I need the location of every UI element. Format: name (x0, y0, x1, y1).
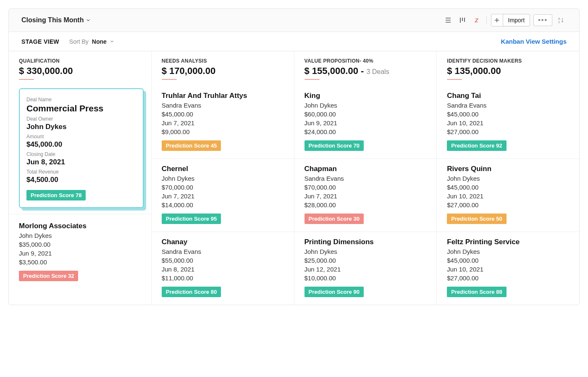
add-button[interactable] (491, 14, 503, 26)
deal-revenue: $11,000.00 (162, 274, 284, 282)
column-underline (304, 79, 320, 80)
deal-date: Jun 12, 2021 (304, 266, 427, 273)
deal-name: Chernel (162, 165, 284, 173)
stage-column-value-proposition: VALUE PROPOSITION- 40% $ 155,000.00 - 3 … (294, 51, 437, 305)
deal-owner: John Dykes (447, 248, 569, 255)
prediction-score-badge: Prediction Score 30 (304, 214, 364, 224)
column-title: VALUE PROPOSITION- 40% (304, 58, 427, 64)
deal-date: Jun 9, 2021 (304, 119, 427, 127)
kanban-view-icon[interactable] (457, 15, 468, 26)
deal-name-label: Deal Name (26, 97, 136, 103)
stage-view-label: STAGE VIEW (21, 38, 59, 45)
deal-owner: John Dykes (447, 175, 569, 182)
column-cards: Morlong Associates John Dykes $35,000.00… (9, 214, 151, 289)
deal-name: Feltz Printing Service (447, 238, 569, 246)
list-view-icon[interactable] (443, 15, 454, 26)
sort-by-value: None (92, 38, 107, 45)
deal-amount: $45,000.00 (162, 111, 284, 118)
deal-card[interactable]: Chang Tai Sandra Evans $45,000.00 Jun 10… (437, 86, 579, 159)
deal-owner: John Dykes (26, 123, 136, 131)
deal-card[interactable]: Rivers Quinn John Dykes $45,000.00 Jun 1… (437, 159, 579, 232)
deal-owner: Sandra Evans (447, 102, 569, 109)
deal-card[interactable]: Truhlar And Truhlar Attys Sandra Evans $… (152, 86, 294, 159)
sort-by-label: Sort By (69, 38, 89, 45)
deal-amount: $35,000.00 (19, 241, 141, 248)
deal-date: Jun 10, 2021 (447, 266, 569, 273)
column-header: IDENTIFY DECISION MAKERS $ 135,000.00 (437, 51, 579, 86)
prediction-score-badge: Prediction Score 78 (26, 190, 86, 200)
subbar: STAGE VIEW Sort By None Kanban View Sett… (8, 32, 580, 51)
column-header: NEEDS ANALYSIS $ 170,000.00 (152, 51, 294, 86)
deal-card[interactable]: King John Dykes $60,000.00 Jun 9, 2021 $… (294, 86, 437, 159)
deal-card[interactable]: Chapman Sandra Evans $70,000.00 Jun 7, 2… (294, 159, 437, 232)
deal-name: Truhlar And Truhlar Attys (162, 92, 284, 100)
deal-revenue: $28,000.00 (304, 201, 427, 208)
column-amount: $ 135,000.00 (447, 66, 569, 76)
chevron-down-icon (86, 18, 90, 22)
amount-value: $45,000.00 (26, 140, 136, 149)
sort-az-icon[interactable]: AZ (556, 15, 567, 26)
deal-card[interactable]: Printing Dimensions John Dykes $25,000.0… (294, 232, 437, 305)
kanban-board: QUALIFICATION $ 330,000.00 Deal Name Com… (8, 51, 580, 305)
deal-name: Chang Tai (447, 92, 569, 100)
deal-card[interactable]: Morlong Associates John Dykes $35,000.00… (9, 214, 151, 289)
column-underline (19, 79, 34, 80)
kanban-settings-link[interactable]: Kanban View Settings (501, 38, 567, 45)
chevron-down-icon (110, 40, 114, 43)
deal-date: Jun 7, 2021 (304, 192, 427, 200)
stage-column-needs-analysis: NEEDS ANALYSIS $ 170,000.00 Truhlar And … (152, 51, 294, 305)
deal-card[interactable]: Chernel John Dykes $70,000.00 Jun 7, 202… (152, 159, 294, 232)
stage-column-qualification: QUALIFICATION $ 330,000.00 Deal Name Com… (9, 51, 152, 305)
prediction-score-badge: Prediction Score 45 (162, 140, 221, 151)
column-subtext: 3 Deals (366, 68, 389, 76)
deal-name: Morlong Associates (19, 222, 141, 230)
more-actions-button[interactable]: ••• (533, 14, 552, 26)
deal-amount: $25,000.00 (304, 257, 427, 264)
deal-revenue: $14,000.00 (162, 201, 284, 208)
prediction-score-badge: Prediction Score 92 (447, 140, 506, 151)
deal-name: Chapman (304, 165, 427, 173)
prediction-score-badge: Prediction Score 70 (304, 140, 364, 151)
deal-revenue: $3,500.00 (19, 258, 141, 266)
svg-text:A: A (558, 17, 560, 20)
sort-by-dropdown[interactable]: Sort By None (69, 38, 114, 45)
deal-name: Rivers Quinn (447, 165, 569, 173)
deal-amount: $55,000.00 (162, 257, 284, 264)
deal-card[interactable]: Feltz Printing Service John Dykes $45,00… (437, 232, 579, 305)
deal-revenue: $10,000.00 (304, 274, 427, 282)
deal-revenue: $24,000.00 (304, 128, 427, 135)
column-title: IDENTIFY DECISION MAKERS (447, 58, 569, 64)
deal-owner: Sandra Evans (304, 175, 427, 182)
column-amount: $ 155,000.00 - (304, 66, 364, 76)
deal-date: Jun 9, 2021 (19, 250, 141, 257)
deal-revenue: $27,000.00 (447, 128, 569, 135)
deal-name: King (304, 92, 427, 100)
prediction-score-badge: Prediction Score 32 (19, 271, 78, 281)
deal-amount: $45,000.00 (447, 184, 569, 191)
deal-date: Jun 10, 2021 (447, 192, 569, 200)
divider (486, 16, 487, 24)
prediction-score-badge: Prediction Score 88 (447, 287, 506, 297)
deal-amount: $45,000.00 (447, 111, 569, 118)
deal-owner: John Dykes (19, 232, 141, 239)
closing-date: Jun 8, 2021 (26, 158, 136, 166)
import-button[interactable]: Import (503, 15, 530, 25)
column-header: VALUE PROPOSITION- 40% $ 155,000.00 - 3 … (294, 51, 437, 86)
deal-date: Jun 8, 2021 (162, 266, 284, 273)
deal-name: Commercial Press (26, 103, 136, 113)
zia-icon[interactable]: Z (471, 15, 482, 26)
svg-text:Z: Z (558, 21, 560, 24)
prediction-score-badge: Prediction Score 90 (304, 287, 364, 297)
column-title: NEEDS ANALYSIS (162, 58, 284, 64)
column-amount: $ 330,000.00 (19, 66, 141, 76)
deal-date: Jun 10, 2021 (447, 119, 569, 127)
deal-card[interactable]: Chanay Sandra Evans $55,000.00 Jun 8, 20… (152, 232, 294, 305)
column-title: QUALIFICATION (19, 58, 141, 64)
deal-owner: John Dykes (304, 248, 427, 255)
column-amount: $ 170,000.00 (162, 66, 284, 76)
deal-date: Jun 7, 2021 (162, 192, 284, 200)
deal-owner: Sandra Evans (162, 102, 284, 109)
filter-dropdown[interactable]: Closing This Month (21, 16, 90, 24)
deal-card-spotlight[interactable]: Deal Name Commercial Press Deal Owner Jo… (19, 88, 144, 208)
column-underline (447, 79, 462, 80)
